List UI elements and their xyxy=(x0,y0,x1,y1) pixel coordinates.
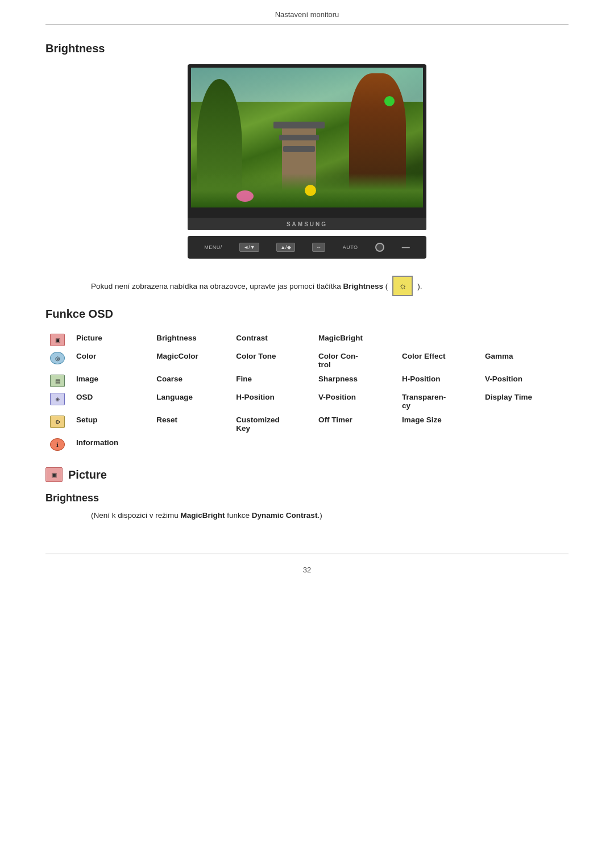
cell-contrast: Contrast xyxy=(231,331,314,349)
cell-fine: Fine xyxy=(231,372,314,390)
cell-hposition-img: H-Position xyxy=(397,372,480,390)
brightness-desc: (Není k dispozici v režimu MagicBright f… xyxy=(91,511,569,520)
cell-magiccolor: MagicColor xyxy=(152,349,231,372)
cell-vposition-img: V-Position xyxy=(480,372,569,390)
cell-sharpness: Sharpness xyxy=(314,372,397,390)
table-row: ▣ Picture Brightness Contrast MagicBrigh… xyxy=(45,331,569,349)
btn3[interactable]: ↔ xyxy=(312,243,325,252)
scene-yellow-dot xyxy=(305,185,316,196)
cell-vposition-osd: V-Position xyxy=(314,390,397,413)
dash-label: — xyxy=(402,243,410,252)
osd-table: ▣ Picture Brightness Contrast MagicBrigh… xyxy=(45,331,569,454)
cell-magicbright: MagicBright xyxy=(314,331,397,349)
brightness-note: Pokud není zobrazena nabídka na obrazovc… xyxy=(91,276,569,296)
picture-section-header: ▣ Picture xyxy=(45,467,569,482)
row-name-picture: Picture xyxy=(72,331,152,349)
monitor-base-bar: SAMSUNG xyxy=(188,218,426,230)
btn1[interactable]: ◄/▼ xyxy=(239,243,259,252)
brightness-note-text: Pokud není zobrazena nabídka na obrazovc… xyxy=(91,282,388,290)
brightness-sub-title: Brightness xyxy=(45,492,569,504)
picture-section-title: Picture xyxy=(68,468,107,481)
brightness-section: Brightness SAMSUNG MENU/ xyxy=(45,42,569,296)
cell-customizedkey: CustomizedKey xyxy=(231,413,314,435)
cell-language: Language xyxy=(152,390,231,413)
picture-section-icon: ▣ xyxy=(45,467,63,482)
scene-flowers-pink xyxy=(237,190,254,202)
funkce-osd-title: Funkce OSD xyxy=(45,308,569,321)
monitor-controls: MENU/ ◄/▼ ▲/◆ ↔ AUTO — xyxy=(188,236,426,259)
icon-color: ◎ xyxy=(50,352,65,364)
samsung-logo: SAMSUNG xyxy=(287,221,327,227)
table-row: ℹ Information xyxy=(45,435,569,454)
scene-pagoda-roof1 xyxy=(273,122,325,128)
table-row: ▤ Image Coarse Fine Sharpness H-Position… xyxy=(45,372,569,390)
power-button[interactable] xyxy=(375,243,384,252)
row-name-color: Color xyxy=(72,349,152,372)
icon-setup: ⚙ xyxy=(50,416,65,428)
auto-label: AUTO xyxy=(343,244,358,250)
page-header: Nastavení monitoru xyxy=(45,0,569,25)
cell-displaytime: Display Time xyxy=(480,390,569,413)
row-name-setup: Setup xyxy=(72,413,152,435)
brightness-icon: ☼ xyxy=(392,276,413,296)
page-number: 32 xyxy=(303,566,311,574)
menu-label: MENU/ xyxy=(204,244,222,250)
cell-colortone: Color Tone xyxy=(231,349,314,372)
brightness-title: Brightness xyxy=(45,42,569,55)
monitor-screen-inner xyxy=(191,68,423,207)
monitor-screen xyxy=(188,64,426,218)
cell-coarse: Coarse xyxy=(152,372,231,390)
row-name-osd: OSD xyxy=(72,390,152,413)
table-row: ⊕ OSD Language H-Position V-Position Tra… xyxy=(45,390,569,413)
cell-hposition-osd: H-Position xyxy=(231,390,314,413)
cell-transparency: Transparen-cy xyxy=(397,390,480,413)
icon-picture: ▣ xyxy=(50,334,65,346)
page-footer: 32 xyxy=(45,554,569,580)
header-title: Nastavení monitoru xyxy=(275,10,339,19)
funkce-osd-section: Funkce OSD ▣ Picture Brightness Contrast… xyxy=(45,308,569,454)
brightness-note-close: ). xyxy=(417,282,422,290)
cell-offtimer: Off Timer xyxy=(314,413,397,435)
table-row: ⚙ Setup Reset CustomizedKey Off Timer Im… xyxy=(45,413,569,435)
scene-pagoda-roof3 xyxy=(283,146,315,152)
cell-brightness: Brightness xyxy=(152,331,231,349)
scene-pagoda-roof2 xyxy=(279,135,319,140)
btn2[interactable]: ▲/◆ xyxy=(276,243,294,252)
picture-section: ▣ Picture Brightness (Není k dispozici v… xyxy=(45,467,569,520)
cell-coloreffect: Color Effect xyxy=(397,349,480,372)
scene-green-ball xyxy=(384,96,395,106)
cell-gamma: Gamma xyxy=(480,349,569,372)
icon-osd: ⊕ xyxy=(50,393,65,405)
cell-colorcontrol: Color Con-trol xyxy=(314,349,397,372)
table-row: ◎ Color MagicColor Color Tone Color Con-… xyxy=(45,349,569,372)
row-name-information: Information xyxy=(72,435,152,454)
icon-image: ▤ xyxy=(50,375,65,387)
cell-reset: Reset xyxy=(152,413,231,435)
icon-information: ℹ xyxy=(50,438,65,451)
monitor-image-wrapper: SAMSUNG MENU/ ◄/▼ ▲/◆ ↔ AUTO — xyxy=(45,64,569,259)
row-name-image: Image xyxy=(72,372,152,390)
cell-imagesize: Image Size xyxy=(397,413,480,435)
